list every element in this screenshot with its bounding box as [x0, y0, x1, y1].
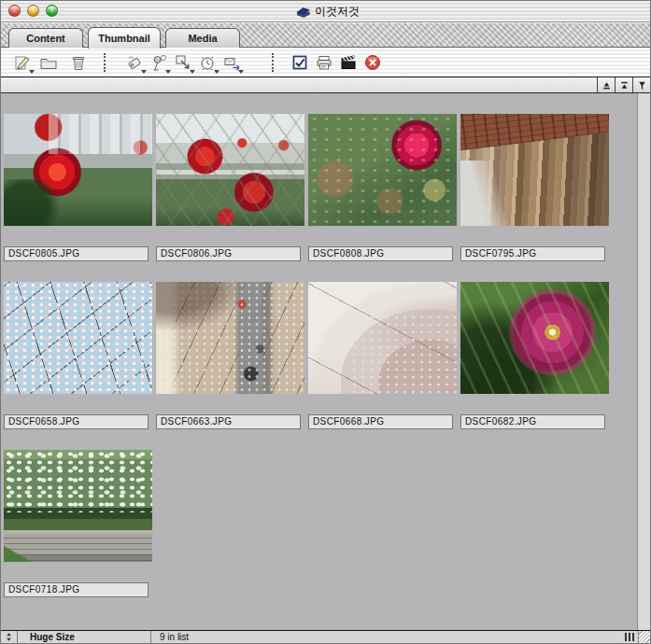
status-bar: Huge Size 9 in list — [1, 630, 650, 643]
sort-eject-button[interactable] — [615, 77, 632, 92]
cancel-button[interactable] — [361, 50, 385, 75]
cancel-icon — [363, 53, 382, 72]
tab-thumbnail[interactable]: Thumbnail — [88, 27, 161, 49]
tab-bar: Content Thumbnail Media — [1, 22, 650, 48]
minimize-button[interactable] — [27, 5, 39, 17]
printer-icon — [315, 53, 333, 72]
clock-icon — [198, 53, 217, 72]
thumbnail-cell: DSCF0682.JPG — [460, 282, 613, 450]
window-controls — [8, 5, 58, 17]
tag-icon — [125, 53, 144, 72]
tab-label: Thumbnail — [98, 33, 150, 44]
thumbnail-image[interactable] — [460, 114, 609, 226]
filter-icon — [636, 79, 648, 91]
checkbox-icon — [290, 53, 309, 72]
toolbar-separator — [272, 53, 274, 72]
thumbnail-cell: DSCF0806.JPG — [156, 114, 308, 282]
thumbnail-cell: DSCF0718.JPG — [4, 450, 156, 618]
dropdown-caret-icon — [238, 70, 244, 74]
sort-eject-icon — [618, 79, 630, 91]
thumbnail-cell: DSCF0795.JPG — [460, 114, 613, 282]
thumbnail-filename[interactable]: DSCF0805.JPG — [4, 246, 149, 261]
thumbnail-cell: DSCF0808.JPG — [308, 114, 460, 282]
book-icon — [296, 6, 310, 19]
thumbnail-image[interactable] — [156, 114, 304, 226]
microphone-icon — [149, 53, 168, 72]
zoom-button[interactable] — [46, 5, 58, 17]
thumbnail-cell: DSCF0658.JPG — [4, 282, 156, 450]
resize-button[interactable] — [171, 50, 195, 75]
thumbnail-filename[interactable]: DSCF0682.JPG — [460, 414, 605, 429]
size-updown-icon — [4, 632, 14, 642]
tab-label: Media — [188, 33, 217, 44]
thumbnail-image[interactable] — [308, 282, 457, 394]
thumbnail-filename[interactable]: DSCF0718.JPG — [4, 582, 149, 597]
thumbnail-grid: DSCF0805.JPG DSCF0806.JPG DSCF0808.JPG D… — [4, 114, 613, 618]
label-button[interactable] — [122, 50, 147, 75]
folder-button[interactable] — [36, 50, 61, 75]
clapperboard-icon — [339, 53, 358, 72]
sort-ascending-button[interactable] — [597, 77, 615, 92]
thumbnail-filename[interactable]: DSCF0663.JPG — [156, 414, 301, 429]
schedule-button[interactable] — [195, 50, 219, 75]
thumbnail-grid-area: DSCF0805.JPG DSCF0806.JPG DSCF0808.JPG D… — [1, 93, 650, 631]
dropdown-caret-icon — [29, 70, 35, 74]
tab-content[interactable]: Content — [8, 28, 83, 48]
size-label: Huge Size — [18, 632, 75, 642]
thumbnail-filename[interactable]: DSCF0658.JPG — [4, 414, 149, 429]
record-button[interactable] — [147, 50, 171, 75]
thumbnail-filename[interactable]: DSCF0808.JPG — [308, 246, 453, 261]
vertical-scrollbar[interactable] — [637, 93, 650, 631]
send-button[interactable] — [219, 50, 244, 75]
slideshow-button[interactable] — [336, 50, 361, 75]
thumbnail-cell: DSCF0805.JPG — [4, 114, 156, 282]
folder-icon — [39, 53, 58, 72]
thumbnail-image[interactable] — [460, 282, 609, 394]
thumbnail-cell: DSCF0668.JPG — [308, 282, 460, 450]
trash-icon — [69, 53, 88, 72]
pane-splitter-grip[interactable] — [625, 631, 638, 643]
column-header-bar — [1, 77, 650, 93]
tab-media[interactable]: Media — [165, 28, 240, 48]
thumbnail-image[interactable] — [156, 282, 304, 394]
delete-button[interactable] — [66, 50, 91, 75]
toolbar — [1, 48, 650, 77]
annotate-button[interactable] — [10, 50, 35, 75]
thumbnail-image[interactable] — [4, 450, 152, 562]
thumbnail-image[interactable] — [308, 114, 457, 226]
move-icon — [174, 53, 192, 72]
select-button[interactable] — [288, 50, 312, 75]
thumbnail-image[interactable] — [4, 282, 152, 394]
thumbnail-size-control[interactable]: Huge Size — [1, 631, 151, 643]
app-window: 이것저것 Content Thumbnail Media — [0, 0, 651, 644]
tab-label: Content — [26, 33, 65, 44]
thumbnail-filename[interactable]: DSCF0806.JPG — [156, 246, 301, 261]
title-bar: 이것저것 — [1, 1, 650, 22]
sort-ascending-icon — [601, 79, 613, 91]
thumbnail-filename[interactable]: DSCF0668.JPG — [308, 414, 453, 429]
thumbnail-image[interactable] — [4, 114, 152, 226]
thumbnail-cell: DSCF0663.JPG — [156, 282, 308, 450]
send-icon — [222, 53, 241, 72]
sort-filter-button[interactable] — [632, 77, 650, 92]
toolbar-separator — [104, 53, 106, 72]
resize-corner[interactable] — [638, 631, 650, 643]
pencil-icon — [13, 53, 32, 72]
item-count: 9 in list — [151, 632, 189, 642]
print-button[interactable] — [312, 50, 336, 75]
thumbnail-filename[interactable]: DSCF0795.JPG — [460, 246, 605, 261]
window-title: 이것저것 — [315, 4, 360, 20]
close-button[interactable] — [8, 5, 21, 17]
